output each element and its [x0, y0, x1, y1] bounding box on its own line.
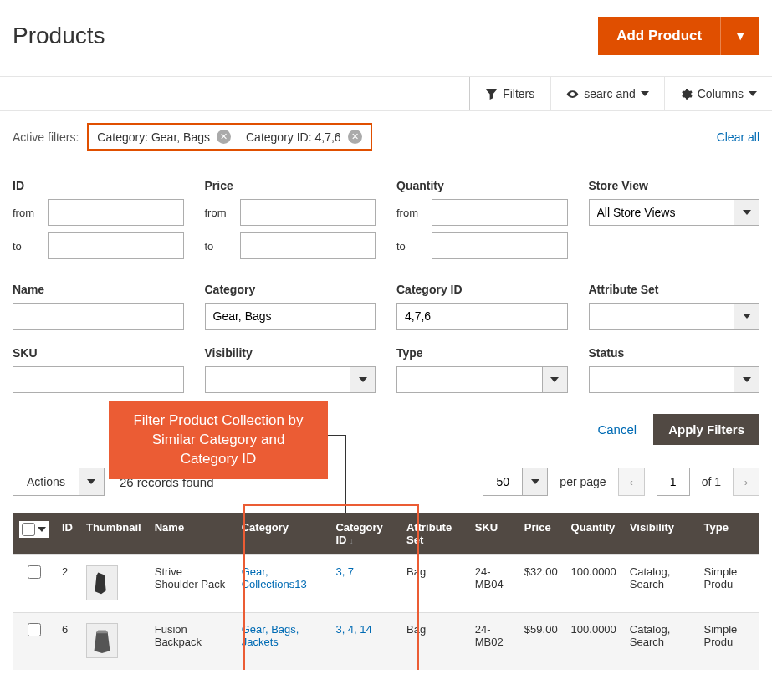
toolbar-row: Filters searc and Columns: [0, 77, 772, 111]
next-page-button[interactable]: ›: [733, 468, 759, 496]
products-table: ID Thumbnail Name Category Category ID↓ …: [13, 513, 759, 670]
visibility-select[interactable]: [205, 366, 351, 393]
cell-type: Simple Produ: [698, 612, 759, 669]
active-filters-label: Active filters:: [13, 130, 79, 144]
cell-quantity: 100.0000: [565, 555, 623, 613]
cell-sku: 24-MB04: [468, 555, 518, 613]
id-to-input[interactable]: [48, 232, 184, 259]
select-all-checkbox[interactable]: [22, 523, 35, 536]
product-thumbnail: [86, 623, 118, 658]
col-type[interactable]: Type: [698, 513, 759, 555]
category-id-input[interactable]: [396, 303, 568, 330]
current-page-input[interactable]: [657, 468, 690, 496]
filter-label: Price: [205, 179, 376, 192]
from-label: from: [205, 207, 232, 219]
chevron-down-icon: [743, 210, 751, 215]
cancel-filters-link[interactable]: Cancel: [597, 422, 637, 437]
annotation-callout: Filter Product Collection by Similar Cat…: [109, 401, 328, 479]
chevron-down-icon: [749, 91, 757, 96]
col-category-id[interactable]: Category ID↓: [329, 513, 400, 555]
store-view-select[interactable]: [589, 199, 735, 226]
dropdown-toggle[interactable]: [350, 366, 376, 393]
search-views-button[interactable]: searc and: [550, 77, 663, 110]
sku-input[interactable]: [13, 366, 184, 393]
status-select[interactable]: [589, 366, 735, 393]
type-select[interactable]: [396, 366, 543, 393]
annotation-line: [328, 435, 346, 436]
filter-label: Visibility: [205, 346, 376, 360]
table-row[interactable]: 2 Strive Shoulder Pack Gear, Collections…: [13, 555, 759, 613]
to-label: to: [396, 240, 423, 253]
apply-filters-button[interactable]: Apply Filters: [653, 414, 759, 445]
close-icon[interactable]: ✕: [348, 130, 362, 144]
filters-button[interactable]: Filters: [469, 77, 550, 110]
add-product-wrap: Add Product ▼: [598, 17, 759, 55]
attribute-set-select[interactable]: [589, 303, 735, 330]
to-label: to: [13, 240, 39, 253]
cell-category-id[interactable]: 3, 7: [329, 555, 400, 613]
dropdown-toggle[interactable]: [734, 303, 759, 330]
dropdown-toggle[interactable]: [734, 366, 759, 393]
col-checkbox: [13, 513, 55, 555]
callout-line1: Filter Product Collection by: [124, 411, 313, 431]
cell-visibility: Catalog, Search: [623, 612, 698, 669]
callout-line2: Similar Category and: [124, 431, 313, 450]
cell-attribute-set: Bag: [400, 612, 468, 669]
col-id[interactable]: ID: [55, 513, 79, 555]
columns-label: Columns: [698, 87, 744, 100]
col-category[interactable]: Category: [235, 513, 330, 555]
from-label: from: [396, 207, 423, 219]
cell-attribute-set: Bag: [400, 555, 468, 613]
row-checkbox[interactable]: [28, 623, 41, 636]
cell-category[interactable]: Gear, Bags, Jackets: [235, 612, 330, 669]
col-attribute-set[interactable]: Attribute Set: [400, 513, 468, 555]
filter-quantity: Quantity from to: [396, 179, 568, 266]
filter-sku: SKU: [13, 346, 184, 393]
actions-toggle[interactable]: [79, 468, 105, 496]
filter-label: Category: [205, 283, 376, 296]
col-thumbnail[interactable]: Thumbnail: [79, 513, 148, 555]
search-label: searc and: [584, 87, 635, 100]
per-page-label: per page: [560, 475, 606, 488]
filter-category-id: Category ID: [396, 283, 568, 330]
filters-panel: ID from to Price from to Quantity from t…: [0, 162, 772, 401]
prev-page-button[interactable]: ‹: [618, 468, 645, 496]
dropdown-toggle[interactable]: [734, 199, 759, 226]
table-row[interactable]: 6 Fusion Backpack Gear, Bags, Jackets 3,…: [13, 612, 759, 669]
category-input[interactable]: [205, 303, 376, 330]
close-icon[interactable]: ✕: [217, 130, 231, 144]
col-visibility[interactable]: Visibility: [623, 513, 698, 555]
chevron-down-icon: [743, 314, 751, 319]
actions-label[interactable]: Actions: [13, 468, 79, 496]
col-quantity[interactable]: Quantity: [565, 513, 623, 555]
filter-label: Attribute Set: [589, 283, 760, 296]
cell-category[interactable]: Gear, Collections13: [235, 555, 330, 613]
columns-button[interactable]: Columns: [664, 77, 772, 110]
cell-thumbnail: [79, 555, 148, 613]
price-to-input[interactable]: [240, 232, 376, 259]
price-from-input[interactable]: [240, 199, 376, 226]
page-size-input[interactable]: [483, 468, 523, 496]
add-product-dropdown[interactable]: ▼: [720, 17, 759, 55]
col-name[interactable]: Name: [148, 513, 235, 555]
row-checkbox[interactable]: [28, 565, 41, 579]
annotation-line: [345, 435, 346, 514]
col-price[interactable]: Price: [518, 513, 565, 555]
name-input[interactable]: [13, 303, 184, 330]
id-from-input[interactable]: [48, 199, 184, 226]
quantity-to-input[interactable]: [432, 232, 568, 259]
filter-store-view: Store View: [589, 179, 760, 266]
filter-label: SKU: [13, 346, 184, 360]
clear-all-link[interactable]: Clear all: [717, 130, 759, 144]
filter-category: Category: [205, 283, 376, 330]
quantity-from-input[interactable]: [432, 199, 568, 226]
chevron-down-icon: [550, 377, 559, 382]
page-size-toggle[interactable]: [523, 468, 548, 496]
add-product-button[interactable]: Add Product: [598, 17, 720, 55]
col-sku[interactable]: SKU: [468, 513, 518, 555]
page-of-text: of 1: [702, 475, 721, 488]
cell-category-id[interactable]: 3, 4, 14: [329, 612, 400, 669]
chevron-down-icon: [359, 377, 367, 382]
dropdown-toggle[interactable]: [543, 366, 568, 393]
callout-line3: Category ID: [124, 450, 313, 469]
